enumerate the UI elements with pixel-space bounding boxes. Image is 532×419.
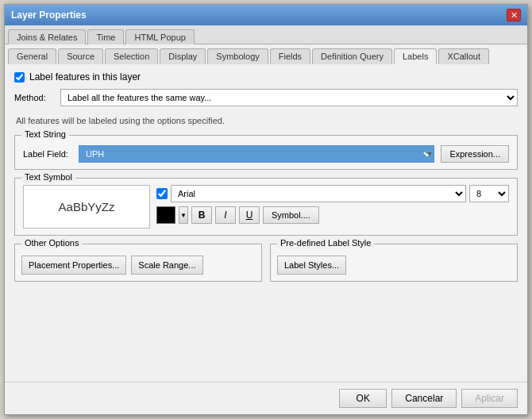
predefined-buttons: Label Styles... <box>277 256 511 275</box>
method-row: Method: Label all the features the same … <box>14 89 518 106</box>
font-select[interactable]: Arial <box>171 185 466 202</box>
other-options-buttons: Placement Properties... Scale Range... <box>21 256 255 275</box>
text-string-group: Text String Label Field: UPH ▼ Expressio… <box>14 135 518 170</box>
close-button[interactable]: ✕ <box>507 9 521 21</box>
expression-button[interactable]: Expression... <box>441 145 509 163</box>
tab-display[interactable]: Display <box>160 48 206 64</box>
italic-button[interactable]: I <box>215 206 236 224</box>
label-styles-button[interactable]: Label Styles... <box>277 256 346 275</box>
method-select[interactable]: Label all the features the same way... <box>60 89 518 106</box>
label-features-text: Label features in this layer <box>29 71 141 83</box>
info-text: All features will be labeled using the o… <box>14 116 518 125</box>
tab-time[interactable]: Time <box>87 29 124 44</box>
tab-source[interactable]: Source <box>58 48 103 64</box>
size-select[interactable]: 8 <box>469 185 509 202</box>
placement-properties-button[interactable]: Placement Properties... <box>21 256 126 275</box>
text-symbol-title: Text Symbol <box>21 172 75 182</box>
tab-html-popup[interactable]: HTML Popup <box>125 29 194 44</box>
apply-button[interactable]: Aplicar <box>461 389 518 408</box>
tab-joins-relates[interactable]: Joins & Relates <box>8 29 86 44</box>
label-field-select[interactable]: UPH <box>79 145 434 163</box>
predefined-group: Pre-defined Label Style Label Styles... <box>270 244 518 282</box>
content-area: Label features in this layer Method: Lab… <box>5 63 527 382</box>
color-box[interactable] <box>156 206 175 224</box>
font-checkbox[interactable] <box>156 188 168 199</box>
symbol-button[interactable]: Symbol.... <box>263 206 319 224</box>
tab-fields[interactable]: Fields <box>270 48 310 64</box>
ok-button[interactable]: OK <box>339 389 387 408</box>
layer-properties-window: Layer Properties ✕ Joins & Relates Time … <box>4 4 528 415</box>
bottom-tab-row: General Source Selection Display Symbolo… <box>5 44 527 63</box>
other-options-group: Other Options Placement Properties... Sc… <box>14 244 262 282</box>
tab-symbology[interactable]: Symbology <box>207 48 268 64</box>
other-options-title: Other Options <box>21 238 82 248</box>
label-features-row: Label features in this layer <box>14 71 518 83</box>
text-symbol-controls: Arial 8 ▼ B I U Symbol.... <box>156 185 509 229</box>
label-field-label: Label Field: <box>23 149 79 159</box>
bold-button[interactable]: B <box>191 206 212 224</box>
font-row: Arial 8 <box>156 185 509 202</box>
footer: OK Cancelar Aplicar <box>5 382 527 414</box>
tab-labels[interactable]: Labels <box>394 48 437 64</box>
top-tab-row: Joins & Relates Time HTML Popup <box>5 25 527 44</box>
label-field-row: Label Field: UPH ▼ Expression... <box>23 145 509 163</box>
text-string-title: Text String <box>21 129 69 139</box>
bottom-sections: Other Options Placement Properties... Sc… <box>14 244 518 282</box>
underline-button[interactable]: U <box>239 206 260 224</box>
scale-range-button[interactable]: Scale Range... <box>131 256 202 275</box>
predefined-title: Pre-defined Label Style <box>277 238 374 248</box>
text-preview: AaBbYyZz <box>23 185 150 229</box>
color-dropdown-icon[interactable]: ▼ <box>179 206 188 224</box>
text-symbol-inner: AaBbYyZz Arial 8 ▼ B <box>23 185 509 229</box>
cancel-button[interactable]: Cancelar <box>391 389 457 408</box>
format-row: ▼ B I U Symbol.... <box>156 206 509 224</box>
title-bar: Layer Properties ✕ <box>5 5 527 25</box>
method-label: Method: <box>14 93 54 102</box>
text-symbol-group: Text Symbol AaBbYyZz Arial 8 <box>14 178 518 236</box>
window-title: Layer Properties <box>11 10 87 21</box>
label-features-checkbox[interactable] <box>14 72 25 83</box>
tab-selection[interactable]: Selection <box>105 48 158 64</box>
tab-xcallout[interactable]: XCallout <box>438 48 489 64</box>
tab-definition-query[interactable]: Definition Query <box>312 48 392 64</box>
tab-general[interactable]: General <box>8 48 56 64</box>
